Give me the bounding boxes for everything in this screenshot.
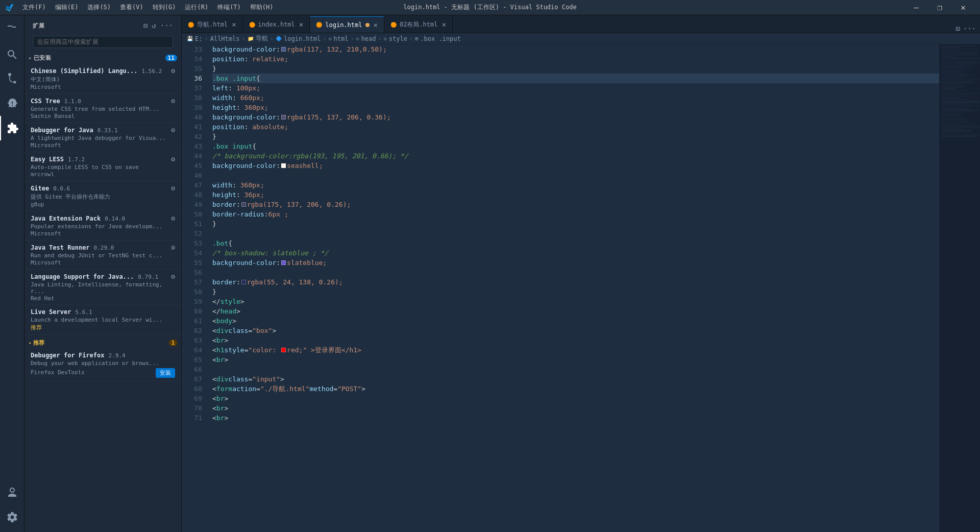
code-line-56[interactable] [212,268,939,277]
menu-edit[interactable]: 编辑(E) [51,2,83,13]
recommend-section-header[interactable]: ▾ 推荐 1 [24,337,181,349]
code-line-59[interactable]: </style> [212,297,939,306]
menu-view[interactable]: 查看(V) [116,2,148,13]
more-actions-button[interactable]: ··· [963,25,976,33]
code-line-43[interactable]: .box input{ [212,141,939,151]
breadcrumb-html[interactable]: html [333,35,348,42]
code-line-48[interactable]: height: 36px; [212,190,939,200]
code-line-42[interactable]: } [212,132,939,141]
minimize-button[interactable]: — [904,0,928,15]
code-line-33[interactable]: background-color:rgba(117, 132, 210,0.50… [212,44,939,54]
code-line-63[interactable]: <br> [212,335,939,345]
refresh-icon[interactable]: ↺ [152,21,156,30]
sidebar-header-icons[interactable]: ⊟ ↺ ··· [143,21,173,30]
breadcrumb-login[interactable]: login.html [284,35,321,42]
code-line-53[interactable]: .bot{ [212,238,939,248]
ext-item-java-debugger[interactable]: Debugger for Java 0.33.1 ⚙ A lightweight… [24,123,181,152]
code-line-52[interactable] [212,229,939,238]
tab-login[interactable]: 🟠 login.html × [310,16,384,33]
tab-close-login[interactable]: × [374,21,378,29]
ext-gear-chinese[interactable]: ⚙ [171,67,175,75]
ext-gear-csstree[interactable]: ⚙ [171,97,175,105]
ext-item-java-lang[interactable]: Language Support for Java... 0.79.1 ⚙ Ja… [24,270,181,305]
menu-select[interactable]: 选择(S) [83,2,115,13]
ext-item-liveserver[interactable]: Live Server 5.6.1 Launch a development l… [24,305,181,335]
tab-close-layout[interactable]: × [442,20,446,29]
code-line-65[interactable]: <br> [212,355,939,365]
code-line-55[interactable]: background-color:slateblue; [212,258,939,268]
ext-item-java-pack[interactable]: Java Extension Pack 0.14.0 ⚙ Popular ext… [24,211,181,240]
ext-gear-easyless[interactable]: ⚙ [171,155,175,163]
breadcrumb-head[interactable]: head [361,35,376,42]
code-line-62[interactable]: <div class="box"> [212,326,939,335]
code-line-37[interactable]: left: 100px; [212,83,939,93]
code-line-49[interactable]: border:rgba(175, 137, 206, 0.26); [212,200,939,209]
code-line-34[interactable]: position: relative; [212,54,939,64]
extension-search-input[interactable] [33,36,173,48]
code-line-35[interactable]: } [212,64,939,74]
split-editor-button[interactable]: ⊡ [955,25,960,33]
activity-icon-source-control[interactable] [0,67,24,91]
code-line-60[interactable]: </head> [212,306,939,316]
activity-icon-settings[interactable] [0,505,24,529]
close-button[interactable]: ✕ [951,0,975,15]
tab-navigation[interactable]: 🟠 导航.html × [182,16,243,33]
code-line-70[interactable]: <br> [212,403,939,413]
code-line-44[interactable]: /* background-color:rgba(193, 195, 201, … [212,151,939,161]
ext-gear-java-lang[interactable]: ⚙ [171,273,175,280]
title-bar-menu[interactable]: 文件(F) 编辑(E) 选择(S) 查看(V) 转到(G) 运行(R) 终端(T… [18,2,278,13]
tab-close-index[interactable]: × [299,20,303,29]
code-line-69[interactable]: <br> [212,394,939,403]
code-line-39[interactable]: height: 360px; [212,103,939,112]
ext-gear-java-debugger[interactable]: ⚙ [171,126,175,134]
code-line-47[interactable]: width: 360px; [212,180,939,190]
install-firefox-button[interactable]: 安装 [156,368,175,378]
menu-run[interactable]: 运行(R) [181,2,212,13]
breadcrumb-style[interactable]: style [389,35,407,42]
code-line-40[interactable]: background-color:rgba(175, 137, 206, 0.3… [212,112,939,122]
activity-icon-account[interactable] [0,480,24,505]
menu-help[interactable]: 帮助(H) [246,2,278,13]
code-line-61[interactable]: <body> [212,316,939,326]
tab-layout[interactable]: 🟠 02布局.html × [384,16,453,33]
ext-item-firefox[interactable]: Debugger for Firefox 2.9.4 Debug your we… [24,349,181,381]
maximize-button[interactable]: ❐ [928,0,951,15]
activity-icon-explorer[interactable] [0,18,24,42]
code-line-41[interactable]: position: absolute; [212,122,939,132]
ext-item-easyless[interactable]: Easy LESS 1.7.2 ⚙ Auto-compile LESS to C… [24,152,181,181]
code-line-71[interactable]: <br> [212,413,939,423]
menu-file[interactable]: 文件(F) [18,2,50,13]
breadcrumb-navigation[interactable]: 导航 [256,34,268,43]
code-line-58[interactable]: } [212,287,939,297]
more-icon[interactable]: ··· [160,21,173,30]
tabs-right-controls[interactable]: ⊡ ··· [951,25,980,33]
code-line-45[interactable]: background-color:seashell; [212,161,939,171]
tab-index[interactable]: 🟠 index.html × [243,16,310,33]
activity-icon-search[interactable] [0,42,24,67]
code-line-57[interactable]: border:rgba(55, 24, 138, 0.26); [212,277,939,287]
code-line-46[interactable] [212,171,939,180]
ext-item-csstree[interactable]: CSS Tree 1.1.0 ⚙ Generate CSS tree from … [24,94,181,123]
breadcrumb-selector[interactable]: .box .input [420,35,460,42]
tab-close-navigation[interactable]: × [232,20,236,29]
ext-gear-java-test[interactable]: ⚙ [171,244,175,251]
activity-icon-extensions[interactable] [0,116,24,140]
ext-item-gitee[interactable]: Gitee 0.0.6 ⚙ 提供 Gitee 平台操作仓库能力 g8up [24,181,181,211]
code-line-66[interactable] [212,365,939,374]
ext-item-chinese[interactable]: Chinese (Simplified) Langu... 1.56.2 ⚙ 中… [24,64,181,94]
menu-terminal[interactable]: 终端(T) [213,2,245,13]
code-line-50[interactable]: border-radius:6px ; [212,209,939,219]
code-line-38[interactable]: width: 660px; [212,93,939,103]
ext-gear-java-pack[interactable]: ⚙ [171,214,175,222]
filter-icon[interactable]: ⊟ [143,21,148,30]
menu-goto[interactable]: 转到(G) [149,2,180,13]
ext-gear-gitee[interactable]: ⚙ [171,184,175,192]
code-area[interactable]: background-color:rgba(117, 132, 210,0.50… [206,44,939,532]
code-line-64[interactable]: <h1 style="color: red;" >登录界面</h1> [212,345,939,355]
code-line-51[interactable]: } [212,219,939,229]
code-line-68[interactable]: <form action="./导航.html" method="POST"> [212,384,939,394]
activity-icon-debug[interactable] [0,91,24,116]
code-line-36[interactable]: .box .input{ [212,74,939,83]
window-controls[interactable]: — ❐ ✕ [904,0,975,15]
ext-item-java-test[interactable]: Java Test Runner 0.29.0 ⚙ Run and debug … [24,240,181,270]
